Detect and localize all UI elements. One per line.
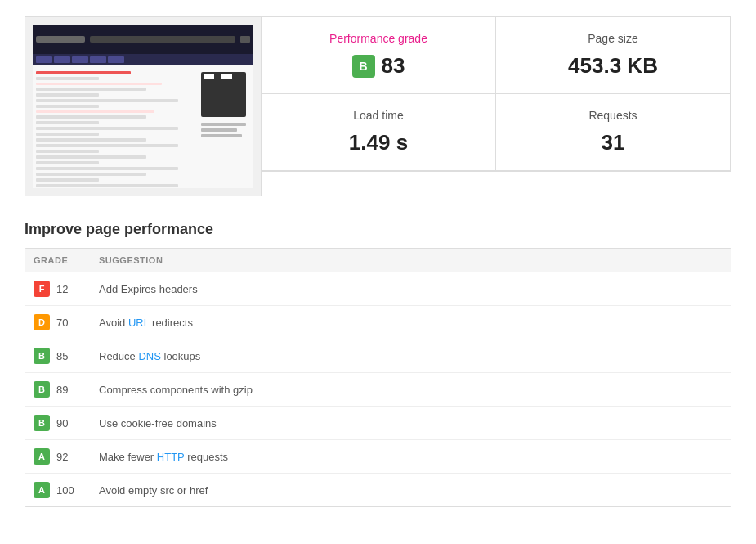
- screenshot-header-bar: [33, 25, 253, 54]
- grade-score: 12: [56, 283, 68, 295]
- requests-card: Requests 31: [495, 93, 731, 171]
- grade-badge: B: [34, 415, 50, 431]
- website-screenshot: [25, 16, 262, 196]
- table-row: B 90 Use cookie-free domains: [25, 407, 731, 440]
- grade-badge: A: [34, 482, 50, 498]
- table-row: F 12 Add Expires headers: [25, 272, 731, 306]
- suggestion-column-header: SUGGESTION: [99, 255, 722, 265]
- grade-score: 92: [56, 451, 68, 463]
- grade-score: 85: [56, 350, 68, 362]
- performance-grade-card: Performance grade B 83: [261, 16, 496, 94]
- load-time-value: 1.49 s: [278, 130, 479, 155]
- load-time-card: Load time 1.49 s: [261, 93, 496, 171]
- grade-cell: F 12: [34, 281, 99, 297]
- grade-cell: D 70: [34, 314, 99, 330]
- grade-cell: B 90: [34, 415, 99, 431]
- grade-badge: D: [34, 314, 50, 330]
- metrics-grid: Performance grade B 83 Page size 453.3 K…: [261, 16, 731, 172]
- grade-cell: A 100: [34, 482, 99, 498]
- grade-column-header: GRADE: [34, 255, 99, 265]
- screenshot-nav-bar: [33, 54, 253, 65]
- grade-score: 70: [56, 317, 68, 329]
- table-header: GRADE SUGGESTION: [25, 249, 731, 272]
- suggestion-text: Use cookie-free domains: [99, 417, 722, 429]
- grade-cell: A 92: [34, 448, 99, 465]
- performance-value: B 83: [352, 53, 405, 79]
- table-row: A 92 Make fewer HTTP requests: [25, 440, 731, 474]
- section-title: Improve page performance: [25, 221, 731, 238]
- suggestion-text: Make fewer HTTP requests: [99, 451, 722, 463]
- suggestion-text: Avoid URL redirects: [99, 317, 722, 329]
- grade-badge: B: [34, 381, 50, 398]
- grade-badge: B: [34, 348, 50, 364]
- table-row: B 89 Compress components with gzip: [25, 373, 731, 407]
- suggestion-text: Add Expires headers: [99, 283, 722, 295]
- grade-score: 100: [56, 484, 74, 497]
- grade-cell: B 85: [34, 348, 99, 364]
- grade-badge: A: [34, 448, 50, 465]
- table-row: A 100 Avoid empty src or href: [25, 474, 731, 506]
- suggestions-table: GRADE SUGGESTION F 12 Add Expires header…: [25, 248, 731, 507]
- suggestion-text: Avoid empty src or href: [99, 484, 722, 497]
- requests-value: 31: [512, 130, 714, 155]
- improve-performance-section: Improve page performance GRADE SUGGESTIO…: [25, 221, 731, 507]
- grade-score: 89: [56, 384, 68, 396]
- load-time-label: Load time: [278, 109, 479, 122]
- page-size-label: Page size: [512, 32, 714, 45]
- requests-label: Requests: [512, 109, 714, 122]
- performance-grade-box: B: [352, 55, 375, 78]
- suggestion-text: Compress components with gzip: [99, 384, 722, 396]
- grade-score: 90: [56, 417, 68, 429]
- table-row: D 70 Avoid URL redirects: [25, 306, 731, 339]
- table-row: B 85 Reduce DNS lookups: [25, 339, 731, 373]
- suggestion-text: Reduce DNS lookups: [99, 350, 722, 362]
- page-size-value: 453.3 KB: [512, 53, 714, 79]
- grade-badge: F: [34, 281, 50, 297]
- grade-cell: B 89: [34, 381, 99, 398]
- performance-label: Performance grade: [278, 32, 479, 45]
- page-size-card: Page size 453.3 KB: [495, 16, 731, 94]
- table-body: F 12 Add Expires headers D 70 Avoid URL …: [25, 272, 731, 506]
